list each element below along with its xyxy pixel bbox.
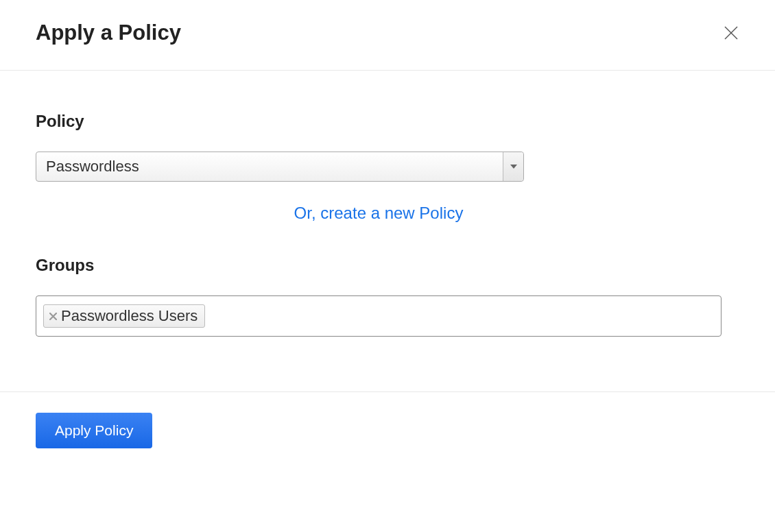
policy-field-group: Policy Passwordless Or, create a new Pol… <box>36 112 739 223</box>
close-icon <box>724 25 739 40</box>
apply-policy-button[interactable]: Apply Policy <box>36 413 152 448</box>
remove-icon <box>49 313 57 320</box>
groups-label: Groups <box>36 256 739 275</box>
groups-input[interactable]: Passwordless Users <box>36 295 722 337</box>
policy-label: Policy <box>36 112 739 131</box>
dialog-title: Apply a Policy <box>36 21 181 45</box>
create-policy-link[interactable]: Or, create a new Policy <box>36 204 722 223</box>
policy-select-arrow <box>503 152 523 181</box>
dialog-footer: Apply Policy <box>0 392 775 469</box>
close-button[interactable] <box>723 25 739 41</box>
group-tag-label: Passwordless Users <box>61 307 198 325</box>
caret-down-icon <box>510 165 517 169</box>
groups-field-group: Groups Passwordless Users <box>36 256 739 337</box>
group-tag: Passwordless Users <box>43 304 205 328</box>
policy-select-value: Passwordless <box>36 158 503 176</box>
remove-tag-button[interactable] <box>49 313 57 320</box>
dialog-header: Apply a Policy <box>0 0 775 71</box>
policy-select[interactable]: Passwordless <box>36 152 524 182</box>
dialog-body: Policy Passwordless Or, create a new Pol… <box>0 71 775 392</box>
